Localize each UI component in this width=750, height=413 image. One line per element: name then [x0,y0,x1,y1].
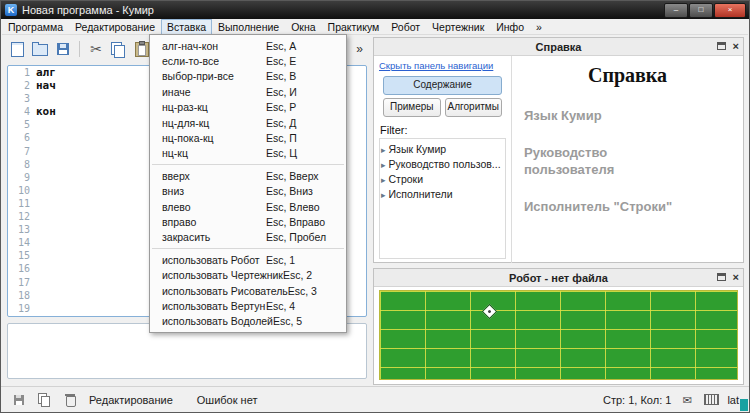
cut-button[interactable] [86,39,106,59]
help-tree-item[interactable]: Руководство пользов... [381,156,504,171]
menu-item[interactable]: нц-пока-кц Esc, П [150,130,346,145]
line-number: 14 [8,236,36,249]
menu-item[interactable]: использовать Робот Esc, 1 [150,252,346,267]
menubar-item[interactable]: » [530,19,548,35]
menu-item-label: выбор-при-все [162,70,266,82]
copy-button[interactable] [109,39,129,59]
menubar-item[interactable]: Выполнение [212,19,285,35]
statusbar-right: Стр: 1, Кол: 1 lat [603,392,739,408]
menu-item-shortcut: Esc, А [266,40,338,52]
menu-item-label: использовать Чертежник [162,269,283,281]
menu-item[interactable]: влево Esc, Влево [150,199,346,214]
tree-item-label: Руководство пользов... [389,158,501,170]
window-controls: – □ × [664,3,746,18]
menu-item[interactable]: нц-раз-кц Esc, Р [150,100,346,115]
algorithms-button[interactable]: Алгоритмы [445,98,503,117]
code-text: нач [36,79,56,92]
menubar-item[interactable]: Вставка [161,19,212,35]
menubar-item[interactable]: Окна [285,19,321,35]
tree-expand-icon[interactable] [381,143,386,155]
menu-item-label: использовать Водолей [162,315,273,327]
hide-nav-link[interactable]: Скрыть панель навигации [379,60,506,71]
line-number: 1 [8,66,36,79]
keyboard-layout-indicator[interactable]: lat [727,394,739,406]
menu-item-shortcut: Esc, Д [266,117,338,129]
close-panel-icon[interactable]: × [733,41,739,51]
robot-panel-titlebar[interactable]: Робот - нет файла × [374,269,743,287]
help-panel-titlebar[interactable]: Справка × [374,38,743,56]
menu-item[interactable]: закрасить Esc, Пробел [150,230,346,245]
menu-item-shortcut: Esc, И [266,86,338,98]
float-panel-icon[interactable] [717,42,726,50]
status-mode: Редактирование [89,394,173,406]
menu-item[interactable]: использовать Чертежник Esc, 2 [150,267,346,282]
filter-label: Filter: [380,124,506,136]
insert-menu-dropdown: алг-нач-кон Esc, А если-то-все Esc, Е вы… [149,34,347,333]
menu-item-shortcut: Esc, Пробел [266,231,338,243]
tree-expand-icon[interactable] [381,173,386,185]
keyboard-icon [704,394,719,405]
menubar-item[interactable]: Программа [2,19,69,35]
line-number: 3 [8,92,36,105]
float-panel-icon[interactable] [717,273,726,281]
toolbar-overflow-button[interactable]: » [352,42,367,56]
examples-button[interactable]: Примеры [383,98,441,117]
menubar-item[interactable]: Редактирование [69,19,161,35]
statusbar-save-button[interactable] [11,392,27,408]
menu-item[interactable]: вверх Esc, Вверх [150,168,346,183]
message-indicator[interactable] [679,392,695,408]
menu-item-shortcut: Esc, П [266,132,338,144]
minimize-button[interactable]: – [664,3,688,18]
menu-item[interactable] [152,248,344,249]
robot-panel-title: Робот - нет файла [509,272,608,284]
help-tree-item[interactable]: Язык Кумир [381,141,504,156]
menu-item[interactable]: если-то-все Esc, Е [150,53,346,68]
menu-item-shortcut: Esc, Влево [266,201,338,213]
menu-item-label: нц-для-кц [162,117,266,129]
menu-item[interactable]: алг-нач-кон Esc, А [150,38,346,53]
help-section-list: Язык Кумир Руководство пользователя Испо… [524,108,731,215]
titlebar[interactable]: K Новая программа - Кумир – □ × [1,1,749,19]
tree-item-label: Язык Кумир [389,143,447,155]
line-number: 8 [8,158,36,171]
menu-item[interactable]: использовать Рисователь Esc, 3 [150,283,346,298]
menu-item[interactable]: использовать Водолей Esc, 5 [150,314,346,329]
pages-icon [38,393,47,404]
menu-item[interactable]: вниз Esc, Вниз [150,184,346,199]
menu-item[interactable]: вправо Esc, Вправо [150,214,346,229]
help-tree: Язык Кумир Руководство пользов... Строки [379,138,506,259]
menu-item[interactable]: иначе Esc, И [150,84,346,99]
tree-expand-icon[interactable] [381,188,386,200]
help-tree-item[interactable]: Строки [381,171,504,186]
help-body: Скрыть панель навигации Содержание Приме… [374,56,743,263]
statusbar-copy-button[interactable] [37,392,53,408]
app-window: K Новая программа - Кумир – □ × Программ… [0,0,750,413]
menubar-item[interactable]: Практикум [322,19,386,35]
menu-item[interactable]: использовать Вертун Esc, 4 [150,298,346,313]
menu-item[interactable]: нц-для-кц Esc, Д [150,115,346,130]
menubar-item[interactable]: Робот [385,19,426,35]
line-number: 12 [8,210,36,223]
line-number: 19 [8,302,36,315]
close-button[interactable]: × [714,3,746,18]
menu-item-label: вниз [162,185,266,197]
maximize-button[interactable]: □ [689,3,713,18]
menu-item-shortcut: Esc, 2 [283,269,355,281]
close-panel-icon[interactable]: × [733,272,739,282]
open-file-button[interactable] [30,39,50,59]
tree-expand-icon[interactable] [381,158,386,170]
code-text: алг [36,66,56,79]
keyboard-indicator[interactable] [703,392,719,408]
new-file-button[interactable] [7,39,27,59]
help-tree-item[interactable]: Исполнители [381,186,504,201]
menu-item[interactable]: выбор-при-все Esc, В [150,69,346,84]
menu-item[interactable] [152,164,344,165]
menubar-item[interactable]: Чертежник [426,19,490,35]
contents-button[interactable]: Содержание [383,76,502,95]
menu-item[interactable]: нц-кц Esc, Ц [150,146,346,161]
save-file-button[interactable] [53,39,73,59]
statusbar-delete-button[interactable] [63,392,79,408]
scissors-icon [90,40,102,58]
menubar-item[interactable]: Инфо [490,19,530,35]
mail-icon [683,394,692,406]
